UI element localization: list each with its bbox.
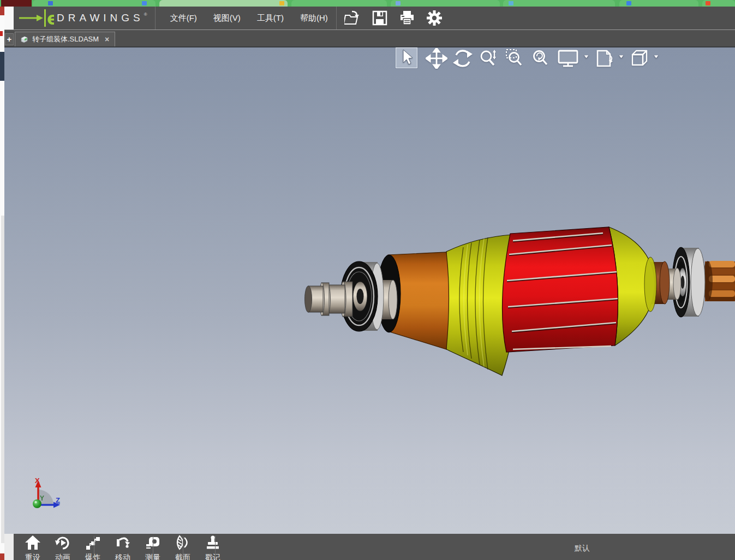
move-component-button[interactable]: 移动: [108, 535, 138, 560]
brand-name: DRAWINGS: [57, 12, 144, 24]
toolbar-separator: [183, 536, 183, 560]
open-icon: [344, 10, 361, 26]
toolbar-separator: [215, 536, 216, 560]
document-tab[interactable]: 转子组装体.SLDASM ×: [15, 32, 115, 46]
favicon: [142, 1, 147, 5]
background-tab-dark: [1, 0, 32, 7]
document-tab-bar: + 转子组装体.SLDASM ×: [4, 29, 735, 46]
explode-icon: [85, 535, 101, 550]
edrawings-logo-icon: e: [18, 8, 54, 28]
save-button[interactable]: [372, 10, 388, 26]
open-button[interactable]: [344, 10, 361, 26]
reset-button[interactable]: 重设: [18, 535, 47, 560]
explode-button[interactable]: 爆炸: [78, 535, 107, 560]
edrawings-logo: e DRAWINGS ®: [14, 7, 155, 29]
rotor-assembly-model[interactable]: [4, 46, 735, 534]
menu-help[interactable]: 帮助(H): [292, 7, 336, 29]
background-tab-active: [159, 0, 288, 7]
animation-icon: [55, 535, 71, 550]
registered-mark: ®: [144, 12, 147, 17]
favicon: [279, 1, 284, 5]
right-collar-face: [673, 268, 681, 300]
animation-button[interactable]: 动画: [48, 535, 77, 560]
menu-list: 文件(F) 视图(V) 工具(T) 帮助(H): [156, 7, 336, 29]
toolbar-separator: [153, 536, 153, 560]
menu-bar: e DRAWINGS ® 文件(F) 视图(V) 工具(T) 帮助(H): [14, 7, 735, 29]
save-icon: [372, 10, 387, 26]
assembly-icon: [20, 35, 28, 43]
axis-x-label: X: [35, 476, 40, 485]
axis-y-label: Y: [40, 495, 44, 502]
bottom-toolbar: 重设 动画 爆炸: [14, 534, 735, 560]
quick-toolbar: [337, 7, 443, 29]
model-viewport[interactable]: X Z Y: [4, 46, 735, 534]
settings-icon: [427, 10, 442, 26]
toolbar-separator: [94, 536, 94, 560]
background-gap: [4, 7, 14, 29]
new-tab-button[interactable]: +: [5, 33, 14, 45]
background-browser-tabstrip: [0, 0, 735, 7]
favicon: [48, 1, 53, 5]
menu-file[interactable]: 文件(F): [162, 7, 205, 29]
menu-view[interactable]: 视图(V): [205, 7, 249, 29]
axis-z-label: Z: [56, 496, 60, 504]
favicon: [509, 1, 513, 5]
background-tab: [291, 0, 387, 7]
tab-close-icon[interactable]: ×: [103, 35, 109, 44]
tab-label: 转子组装体.SLDASM: [32, 34, 99, 44]
print-button[interactable]: [399, 10, 415, 26]
background-window-sliver: [0, 7, 4, 560]
screen: e DRAWINGS ® 文件(F) 视图(V) 工具(T) 帮助(H): [0, 0, 735, 560]
stamp-icon: [205, 535, 221, 550]
shaft-left-end: [305, 282, 353, 317]
settings-button[interactable]: [426, 10, 443, 26]
background-gap: [4, 534, 14, 560]
move-icon: [115, 535, 131, 550]
favicon: [706, 1, 710, 5]
stamp-button[interactable]: 戳记: [198, 535, 228, 560]
rotor-core: [502, 227, 618, 352]
menu-tools[interactable]: 工具(T): [249, 7, 292, 29]
axis-triad: X Z Y: [25, 476, 67, 518]
svg-text:e: e: [47, 8, 54, 28]
background-tab: [391, 0, 500, 7]
favicon: [396, 1, 401, 5]
configuration-label: 默认: [575, 544, 590, 553]
favicon: [626, 1, 631, 5]
background-tab: [503, 0, 615, 7]
print-icon: [399, 10, 415, 26]
home-icon: [25, 535, 41, 550]
